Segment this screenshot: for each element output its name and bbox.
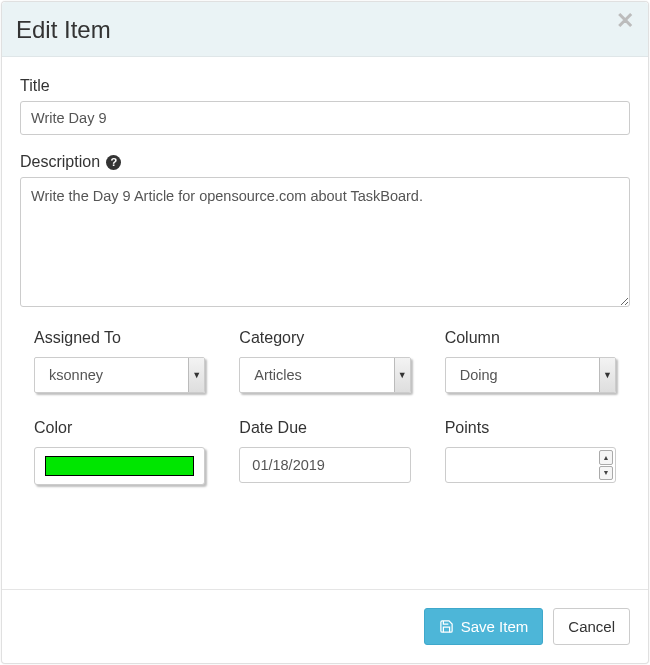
description-label: Description ? <box>20 153 630 171</box>
modal-footer: Save Item Cancel <box>2 589 648 663</box>
floppy-disk-icon <box>439 619 454 634</box>
date-group: Date Due <box>239 419 410 485</box>
category-label: Category <box>239 329 410 347</box>
points-label: Points <box>445 419 616 437</box>
spinner-down-icon[interactable]: ▼ <box>599 466 613 481</box>
category-select-wrap: Articles ▼ <box>239 357 410 393</box>
title-label: Title <box>20 77 630 95</box>
points-input-wrap: ▲ ▼ <box>445 447 616 483</box>
assigned-select[interactable]: ksonney <box>34 357 205 393</box>
assigned-group: Assigned To ksonney ▼ <box>34 329 205 393</box>
description-group: Description ? <box>20 153 630 311</box>
color-label: Color <box>34 419 205 437</box>
category-select[interactable]: Articles <box>239 357 410 393</box>
title-group: Title <box>20 77 630 135</box>
help-icon[interactable]: ? <box>106 155 121 170</box>
points-spinner: ▲ ▼ <box>599 450 613 480</box>
column-label: Column <box>445 329 616 347</box>
points-input[interactable] <box>445 447 616 483</box>
column-group: Column Doing ▼ <box>445 329 616 393</box>
color-group: Color <box>34 419 205 485</box>
assigned-label: Assigned To <box>34 329 205 347</box>
modal-header: Edit Item ✕ <box>2 2 648 57</box>
date-label: Date Due <box>239 419 410 437</box>
save-button[interactable]: Save Item <box>424 608 544 645</box>
modal-body: Title Description ? Assigned To ksonney … <box>2 57 648 589</box>
cancel-button-label: Cancel <box>568 618 615 635</box>
row-color-date-points: Color Date Due Points ▲ ▼ <box>20 419 630 485</box>
column-select-wrap: Doing ▼ <box>445 357 616 393</box>
category-group: Category Articles ▼ <box>239 329 410 393</box>
close-icon[interactable]: ✕ <box>616 10 634 32</box>
color-input[interactable] <box>34 447 205 485</box>
row-assign-cat-col: Assigned To ksonney ▼ Category Articles … <box>20 329 630 393</box>
points-group: Points ▲ ▼ <box>445 419 616 485</box>
cancel-button[interactable]: Cancel <box>553 608 630 645</box>
column-select[interactable]: Doing <box>445 357 616 393</box>
spinner-up-icon[interactable]: ▲ <box>599 450 613 465</box>
assigned-select-wrap: ksonney ▼ <box>34 357 205 393</box>
color-swatch <box>45 456 194 476</box>
title-input[interactable] <box>20 101 630 135</box>
description-input[interactable] <box>20 177 630 307</box>
modal-title: Edit Item <box>16 16 630 44</box>
edit-item-modal: Edit Item ✕ Title Description ? Assigned… <box>1 1 649 664</box>
date-input[interactable] <box>239 447 410 483</box>
description-label-text: Description <box>20 153 100 170</box>
save-button-label: Save Item <box>461 618 529 635</box>
